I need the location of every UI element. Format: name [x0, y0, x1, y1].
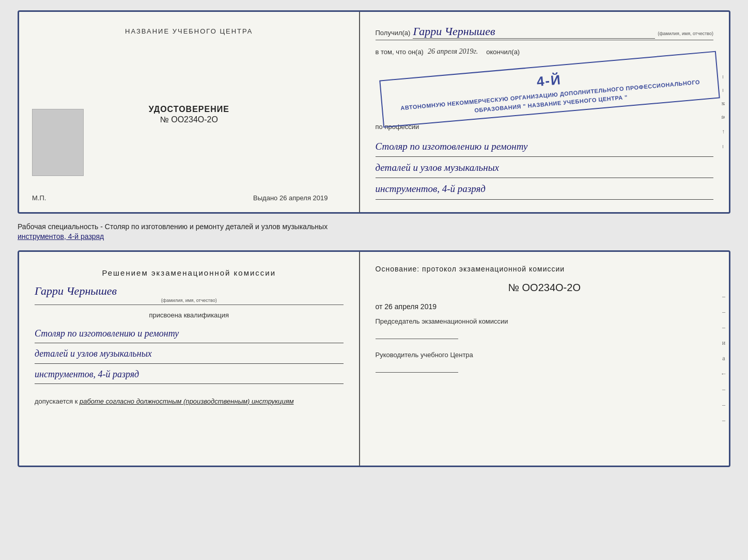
- side-char-a: а: [721, 116, 727, 119]
- diploma-bottom-right-panel: Основание: протокол экзаменационной коми…: [360, 252, 729, 466]
- middle-label-text2: инструментов, 4-й разряд: [18, 232, 104, 241]
- bottom-dash-5: –: [722, 401, 725, 409]
- side-dash-3: –: [721, 145, 727, 148]
- profession-line3: инструментов, 4-й разряд: [376, 180, 713, 199]
- middle-label-text: Рабочая специальность - Столяр по изгото…: [18, 222, 328, 231]
- udostoverenie-label: УДОСТОВЕРЕНИЕ: [149, 105, 229, 114]
- photo-placeholder: [32, 109, 84, 176]
- middle-label: Рабочая специальность - Столяр по изгото…: [18, 220, 730, 244]
- side-dash-1: –: [721, 75, 727, 78]
- udostoverenie-number: № OO234O-2O: [149, 115, 229, 124]
- bottom-dash-4: –: [722, 386, 725, 393]
- bottom-dash-3: –: [722, 324, 725, 331]
- profession-line1: Столяр по изготовлению и ремонту: [376, 138, 713, 157]
- bottom-profession-line2: деталей и узлов музыкальных: [35, 345, 344, 363]
- bottom-name-block: Гарри Чернышев (фамилия, имя, отчество): [35, 284, 344, 305]
- bottom-arrow: ←: [721, 370, 727, 378]
- stamp-block: 4-й АВТОНОМНУЮ НЕКОММЕРЧЕСКУЮ ОРГАНИЗАЦИ…: [379, 51, 720, 128]
- vtom-line: в том, что он(а) 26 апреля 2019г. окончи…: [376, 47, 713, 56]
- diploma-left-panel: НАЗВАНИЕ УЧЕБНОГО ЦЕНТРА УДОСТОВЕРЕНИЕ №…: [19, 12, 360, 212]
- vtom-prefix: в том, что он(а): [376, 48, 424, 56]
- side-char-i: и: [721, 102, 727, 105]
- diploma-bottom: Решением экзаменационной комиссии Гарри …: [18, 250, 730, 467]
- recipient-name-bottom: Гарри Чернышев: [35, 284, 344, 298]
- predsedatel-block: Председатель экзаменационной комиссии: [376, 317, 713, 339]
- dopuskaetsya-line: допускается к работе согласно должностны…: [35, 397, 344, 405]
- po-professii-label: по профессии: [376, 123, 713, 131]
- ot-date-line: от 26 апреля 2019: [376, 302, 713, 311]
- predsedatel-signature-line: [376, 339, 458, 339]
- poluchil-line: Получил(а) Гарри Чернышев (фамилия, имя,…: [376, 25, 713, 40]
- profession-line2: деталей и узлов музыкальных: [376, 159, 713, 178]
- udostoverenie-block: УДОСТОВЕРЕНИЕ № OO234O-2O: [149, 105, 229, 124]
- osnovanie-title: Основание: протокол экзаменационной коми…: [376, 265, 713, 273]
- bottom-dash-6: –: [722, 417, 725, 424]
- profession-top: Столяр по изготовлению и ремонту деталей…: [376, 138, 713, 202]
- side-dash-2: –: [721, 89, 727, 92]
- dopuskaetsya-label: допускается к: [35, 397, 77, 405]
- vydano-date: 26 апреля 2019: [279, 194, 328, 202]
- predsedatel-label: Председатель экзаменационной комиссии: [376, 317, 713, 326]
- bottom-char-a: а: [722, 355, 725, 362]
- bottom-dash-2: –: [722, 308, 725, 316]
- bottom-number: № OO234O-2O: [376, 282, 713, 294]
- side-strip-top: – – и а ← –: [719, 12, 729, 212]
- rukovoditel-block: Руководитель учебного Центра: [376, 350, 713, 373]
- poluchil-label: Получил(а): [376, 29, 411, 37]
- side-strip-bottom: – – – и а ← – – –: [719, 252, 729, 466]
- diploma-top: НАЗВАНИЕ УЧЕБНОГО ЦЕНТРА УДОСТОВЕРЕНИЕ №…: [18, 10, 730, 214]
- bottom-char-i: и: [722, 339, 725, 347]
- bottom-profession-line1: Столяр по изготовлению и ремонту: [35, 325, 344, 343]
- center-title: НАЗВАНИЕ УЧЕБНОГО ЦЕНТРА: [125, 27, 253, 35]
- bottom-dash-1: –: [722, 293, 725, 300]
- profession-bottom: Столяр по изготовлению и ремонту деталей…: [35, 325, 344, 386]
- recipient-name-top: Гарри Чернышев: [413, 25, 655, 39]
- mp-label: М.П.: [32, 194, 46, 202]
- rukovoditel-signature-line: [376, 372, 458, 373]
- vydano-line: Выдано 26 апреля 2019: [253, 194, 328, 202]
- fio-note-bottom: (фамилия, имя, отчество): [35, 298, 344, 303]
- diploma-bottom-left-panel: Решением экзаменационной комиссии Гарри …: [19, 252, 360, 466]
- vydano-label: Выдано: [253, 194, 277, 202]
- ot-date: 26 апреля 2019: [384, 302, 437, 311]
- okonchil-label: окончил(а): [486, 48, 520, 56]
- dopuskaetsya-text: работе согласно должностным (производств…: [80, 397, 294, 405]
- bottom-profession-line3: инструментов, 4-й разряд: [35, 366, 344, 384]
- fio-note-top: (фамилия, имя, отчество): [658, 31, 713, 36]
- reshenie-title: Решением экзаменационной комиссии: [35, 267, 344, 278]
- side-arrow: ←: [721, 129, 727, 135]
- vtom-date: 26 апреля 2019г.: [428, 47, 478, 56]
- ot-prefix: от: [376, 302, 383, 311]
- rukovoditel-label: Руководитель учебного Центра: [376, 350, 713, 360]
- diploma-right-panel: Получил(а) Гарри Чернышев (фамилия, имя,…: [360, 12, 729, 212]
- prisvoyena-label: присвоена квалификация: [35, 311, 344, 319]
